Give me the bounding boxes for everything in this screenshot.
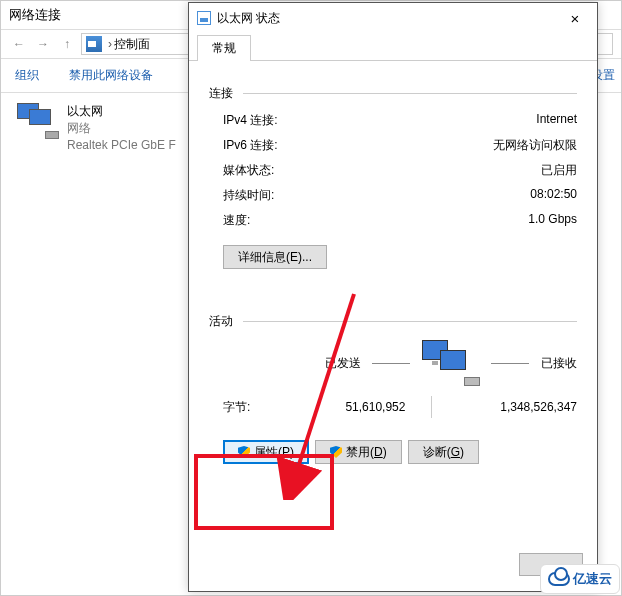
group-connection-label: 连接 [209, 85, 233, 102]
group-activity-head: 活动 [209, 313, 577, 330]
bytes-sent-value: 51,610,952 [296, 400, 405, 414]
bytes-recv-value: 1,348,526,347 [458, 400, 577, 414]
adapter-name: 以太网 [67, 103, 176, 120]
media-value: 已启用 [541, 162, 577, 179]
recv-label: 已接收 [541, 355, 577, 372]
adapter-text: 以太网 网络 Realtek PCIe GbE F [67, 103, 176, 153]
adapter-sub1: 网络 [67, 120, 176, 137]
shield-icon [238, 446, 250, 458]
row-ipv6: IPv6 连接: 无网络访问权限 [223, 137, 577, 154]
properties-button[interactable]: 属性(P) [223, 440, 309, 464]
duration-label: 持续时间: [223, 187, 274, 204]
ethernet-status-dialog: 以太网 状态 × 常规 连接 IPv4 连接: Internet IPv6 连接… [188, 2, 598, 592]
activity-row: 已发送 已接收 [209, 340, 577, 386]
diagnose-button[interactable]: 诊断(G) [408, 440, 479, 464]
ethernet-adapter-icon [17, 103, 59, 139]
path-segment: 控制面 [114, 36, 150, 53]
bytes-label: 字节: [223, 399, 296, 416]
toolbar-organize[interactable]: 组织 [15, 67, 39, 84]
activity-computer-icon [422, 340, 480, 386]
dialog-title-text: 以太网 状态 [217, 10, 280, 27]
watermark-text: 亿速云 [573, 570, 612, 588]
cloud-icon [548, 572, 570, 586]
dialog-title-bar[interactable]: 以太网 状态 × [189, 3, 597, 33]
tab-general[interactable]: 常规 [197, 35, 251, 61]
shield-icon [330, 446, 342, 458]
bytes-row: 字节: 51,610,952 1,348,526,347 [209, 396, 577, 418]
row-ipv4: IPv4 连接: Internet [223, 112, 577, 129]
details-button[interactable]: 详细信息(E)... [223, 245, 327, 269]
control-panel-icon [86, 36, 102, 52]
action-buttons: 属性(P) 禁用(D) 诊断(G) [209, 440, 577, 464]
tab-strip: 常规 [189, 35, 597, 61]
disable-button[interactable]: 禁用(D) [315, 440, 402, 464]
ipv4-label: IPv4 连接: [223, 112, 278, 129]
row-duration: 持续时间: 08:02:50 [223, 187, 577, 204]
disable-label: 禁用(D) [346, 444, 387, 461]
watermark-logo: 亿速云 [540, 564, 620, 594]
group-activity-label: 活动 [209, 313, 233, 330]
nav-fwd-icon[interactable]: → [33, 34, 53, 54]
nav-back-icon[interactable]: ← [9, 34, 29, 54]
media-label: 媒体状态: [223, 162, 274, 179]
divider [243, 93, 577, 94]
divider [243, 321, 577, 322]
close-icon: × [571, 10, 580, 27]
close-button[interactable]: × [553, 3, 597, 33]
row-media: 媒体状态: 已启用 [223, 162, 577, 179]
dialog-body: 连接 IPv4 连接: Internet IPv6 连接: 无网络访问权限 媒体… [189, 61, 597, 474]
sent-label: 已发送 [325, 355, 361, 372]
speed-value: 1.0 Gbps [528, 212, 577, 229]
bg-title-text: 网络连接 [9, 6, 61, 24]
diagnose-label: 诊断(G) [423, 444, 464, 461]
ipv6-value: 无网络访问权限 [493, 137, 577, 154]
toolbar-disable-device[interactable]: 禁用此网络设备 [69, 67, 153, 84]
nav-up-icon[interactable]: ↑ [57, 34, 77, 54]
speed-label: 速度: [223, 212, 250, 229]
duration-value: 08:02:50 [530, 187, 577, 204]
vertical-divider [431, 396, 432, 418]
details-row: 详细信息(E)... [223, 245, 577, 269]
properties-label: 属性(P) [254, 444, 294, 461]
ethernet-icon [197, 11, 211, 25]
dash-left [372, 363, 410, 364]
connection-rows: IPv4 连接: Internet IPv6 连接: 无网络访问权限 媒体状态:… [209, 112, 577, 229]
ipv4-value: Internet [536, 112, 577, 129]
group-connection-head: 连接 [209, 85, 577, 102]
details-button-label: 详细信息(E)... [238, 249, 312, 266]
ipv6-label: IPv6 连接: [223, 137, 278, 154]
chevron-right-icon: › [108, 37, 112, 51]
row-speed: 速度: 1.0 Gbps [223, 212, 577, 229]
adapter-sub2: Realtek PCIe GbE F [67, 137, 176, 154]
dash-right [491, 363, 529, 364]
